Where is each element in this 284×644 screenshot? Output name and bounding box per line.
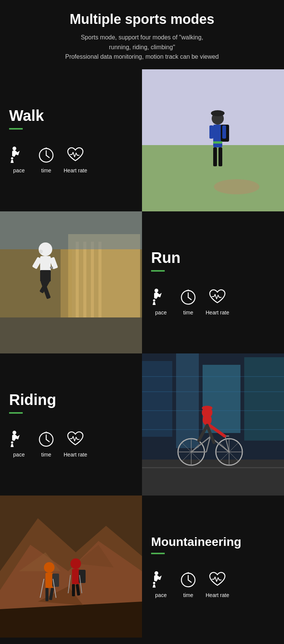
svg-point-45 [12, 431, 16, 435]
time-icon-run [178, 287, 198, 306]
run-row: Run pace [0, 211, 284, 353]
svg-rect-16 [218, 147, 222, 166]
svg-rect-19 [213, 141, 222, 144]
heart-rate-icon-mountaineering [208, 569, 227, 589]
svg-rect-24 [76, 242, 79, 317]
riding-heartrate-item: Heart rate [64, 429, 87, 458]
run-scene-svg [0, 211, 142, 353]
svg-rect-25 [83, 242, 86, 317]
svg-line-113 [188, 580, 191, 582]
walk-icons: pace time Heart rate [9, 145, 133, 174]
svg-rect-55 [176, 353, 199, 448]
svg-rect-54 [142, 361, 172, 437]
svg-line-42 [188, 297, 191, 300]
svg-rect-8 [142, 145, 284, 211]
svg-line-4 [46, 155, 49, 158]
svg-rect-98 [45, 588, 48, 601]
run-heartrate-label: Heart rate [206, 309, 229, 316]
svg-point-95 [44, 562, 55, 573]
pace-icon-mountaineering [151, 569, 171, 589]
run-title: Run [151, 249, 275, 266]
walk-pace-item: pace [9, 145, 29, 174]
mountaineering-heartrate-item: Heart rate [206, 569, 229, 598]
svg-point-30 [39, 250, 43, 253]
riding-title: Riding [9, 391, 133, 408]
walk-time-item: time [36, 145, 56, 174]
svg-point-109 [154, 571, 158, 575]
mountaineering-icons: pace time Heart rate [151, 569, 275, 598]
riding-time-item: time [36, 429, 56, 458]
walk-info-cell: Walk pace [0, 69, 142, 211]
riding-time-label: time [41, 452, 51, 458]
riding-icons: pace time Heart rate [9, 429, 133, 458]
svg-line-49 [46, 439, 49, 442]
svg-rect-28 [0, 211, 142, 249]
svg-rect-37 [50, 267, 53, 269]
run-heartrate-item: Heart rate [206, 287, 229, 316]
pace-icon [9, 145, 29, 164]
svg-rect-59 [142, 467, 284, 468]
mountaineering-title: Mountaineering [151, 535, 275, 549]
riding-pace-item: pace [9, 429, 29, 458]
walk-heartrate-item: Heart rate [64, 145, 87, 174]
svg-rect-15 [213, 147, 217, 166]
svg-point-84 [202, 406, 212, 410]
svg-rect-105 [72, 584, 75, 596]
svg-point-46 [11, 441, 13, 444]
run-time-item: time [178, 287, 198, 316]
run-time-label: time [183, 309, 193, 316]
svg-rect-60 [142, 376, 284, 377]
mountaineering-divider [151, 553, 165, 554]
page-title: Multiple sports modes [15, 11, 269, 27]
run-pace-label: pace [155, 309, 167, 316]
heart-rate-icon [66, 145, 85, 164]
pace-icon-run [151, 287, 171, 306]
svg-rect-27 [98, 242, 101, 317]
heart-rate-icon-run [208, 287, 227, 306]
mountaineering-time-label: time [183, 592, 193, 598]
walk-row: Walk pace [0, 69, 284, 211]
time-icon-mountaineering [178, 569, 198, 589]
mountaineering-pace-label: pace [155, 592, 167, 598]
riding-row: Riding pace [0, 353, 284, 496]
svg-rect-58 [142, 460, 284, 496]
walk-image [142, 69, 284, 211]
walk-scene-svg [142, 69, 284, 211]
svg-rect-57 [244, 357, 284, 441]
time-icon [36, 145, 56, 164]
mountaineering-scene-svg [0, 496, 142, 638]
svg-point-29 [39, 242, 52, 256]
svg-rect-103 [72, 569, 80, 584]
run-divider [151, 270, 165, 272]
svg-rect-62 [142, 410, 284, 411]
mountaineering-pace-item: pace [151, 569, 171, 598]
mountaineering-info-cell: Mountaineering pace [142, 496, 284, 638]
svg-point-39 [153, 299, 155, 302]
svg-point-102 [70, 558, 81, 569]
riding-scene-svg [142, 353, 284, 496]
time-icon-riding [36, 429, 56, 449]
svg-rect-61 [142, 391, 284, 392]
riding-info-cell: Riding pace [0, 353, 142, 496]
svg-rect-96 [45, 573, 53, 588]
mountaineering-image [0, 496, 142, 638]
mountaineering-row: Mountaineering pace [0, 496, 284, 638]
riding-pace-label: pace [13, 452, 25, 458]
subtitle: Sports mode, support four modes of "walk… [15, 33, 269, 62]
svg-point-1 [11, 157, 13, 159]
svg-rect-17 [209, 125, 213, 139]
svg-point-38 [154, 289, 158, 292]
pace-icon-riding [9, 429, 29, 449]
svg-point-0 [12, 147, 16, 150]
mountaineering-heartrate-label: Heart rate [206, 592, 229, 598]
svg-rect-18 [222, 125, 226, 139]
run-image [0, 211, 142, 353]
walk-divider [9, 128, 23, 130]
svg-rect-23 [61, 249, 72, 317]
svg-point-10 [214, 179, 259, 194]
walk-heartrate-label: Heart rate [64, 167, 87, 174]
riding-divider [9, 412, 23, 414]
walk-time-label: time [41, 167, 51, 174]
svg-rect-21 [0, 317, 142, 353]
mountaineering-time-item: time [178, 569, 198, 598]
